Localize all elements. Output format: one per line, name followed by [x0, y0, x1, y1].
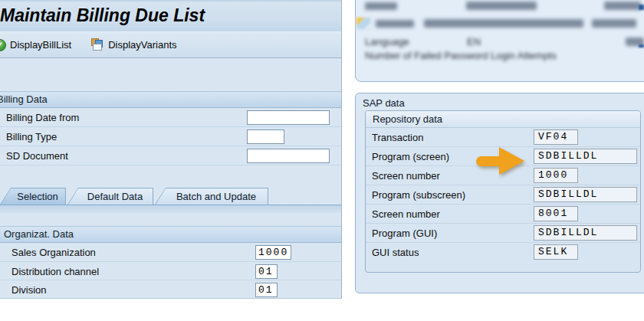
- tab-selection[interactable]: Selection: [0, 188, 66, 205]
- gui-status-value: SELK: [534, 244, 578, 260]
- language-value-blurred: EN: [467, 36, 481, 47]
- display-variants-button[interactable]: DisplayVariants: [91, 36, 176, 54]
- tab-content-top-band: [0, 205, 341, 213]
- screen-number-value: 1000: [534, 168, 578, 183]
- billing-date-from-label: Billing Date from: [6, 112, 79, 123]
- field-row-sales-organization: Sales Organization: [0, 243, 341, 262]
- sales-organization-label: Sales Organization: [12, 247, 96, 258]
- field-row-distribution-channel: Distribution channel: [0, 262, 341, 280]
- program-screen-value: SDBILLDL: [534, 149, 637, 164]
- display-bill-list-button[interactable]: ✓ DisplayBillList: [0, 36, 71, 54]
- row-screen-number-2: Screen number 8001: [366, 205, 640, 224]
- billing-data-group-header: Billing Data: [0, 91, 341, 108]
- tabstrip: Selection Default Data Batch and Update: [0, 188, 270, 205]
- sap-data-header: SAP data: [363, 97, 405, 109]
- organizat-data-fields: Sales Organization Distribution channel …: [0, 243, 341, 299]
- billing-data-fields: Billing Date from Billing Type SD Docume…: [0, 108, 341, 165]
- program-subscreen-value: SDBILLDL: [534, 187, 637, 202]
- language-label-blurred: Language: [365, 36, 409, 47]
- transaction-value: VF04: [534, 129, 578, 145]
- application-toolbar: ✓ DisplayBillList DisplayVariants: [0, 31, 341, 58]
- row-program-subscreen: Program (subscreen) SDBILLDL: [366, 185, 640, 205]
- photo-icon-blurred: [356, 17, 371, 30]
- screenshot-root: Maintain Billing Due List ✓ DisplayBillL…: [0, 0, 644, 321]
- distribution-channel-label: Distribution channel: [12, 266, 99, 277]
- sap-data-box: SAP data Repository data Transaction VF0…: [355, 93, 644, 293]
- repository-data-box: Repository data Transaction VF04 Program…: [365, 110, 641, 273]
- billing-type-label: Billing Type: [6, 131, 57, 142]
- execute-check-icon: ✓: [0, 39, 7, 51]
- tab-default-data[interactable]: Default Data: [67, 188, 153, 205]
- field-row-billing-type: Billing Type: [0, 127, 341, 146]
- title-bar: Maintain Billing Due List: [0, 0, 341, 31]
- row-program-gui: Program (GUI) SDBILLDL: [366, 224, 640, 243]
- display-bill-list-label: DisplayBillList: [10, 39, 71, 51]
- field-row-sd-document: SD Document: [0, 146, 341, 165]
- division-label: Division: [12, 284, 47, 296]
- tab-batch-and-update[interactable]: Batch and Update: [155, 188, 268, 205]
- distribution-channel-input[interactable]: [255, 264, 278, 279]
- display-variants-label: DisplayVariants: [108, 39, 176, 51]
- organizat-data-group-header: Organizat. Data: [0, 226, 341, 243]
- screen-number2-value: 8001: [534, 206, 578, 221]
- program-gui-value: SDBILLDL: [534, 225, 637, 241]
- billing-due-list-window: Maintain Billing Due List ✓ DisplayBillL…: [0, 0, 342, 299]
- failed-attempts-label-blurred: Number of Failed Password Login Attempts: [365, 50, 557, 61]
- row-gui-status: GUI status SELK: [366, 243, 640, 262]
- page-title: Maintain Billing Due List: [0, 5, 205, 26]
- billing-date-from-input[interactable]: [247, 110, 330, 125]
- variants-layers-icon: [91, 38, 105, 51]
- division-input[interactable]: [255, 283, 278, 297]
- field-row-billing-date-from: Billing Date from: [0, 108, 341, 127]
- field-row-division: Division: [0, 280, 341, 299]
- row-transaction: Transaction VF04: [366, 128, 640, 147]
- billing-type-input[interactable]: [247, 129, 284, 144]
- sd-document-label: SD Document: [6, 150, 68, 162]
- sales-organization-input[interactable]: [255, 245, 291, 260]
- sd-document-input[interactable]: [247, 149, 330, 163]
- repository-data-header: Repository data: [366, 111, 640, 128]
